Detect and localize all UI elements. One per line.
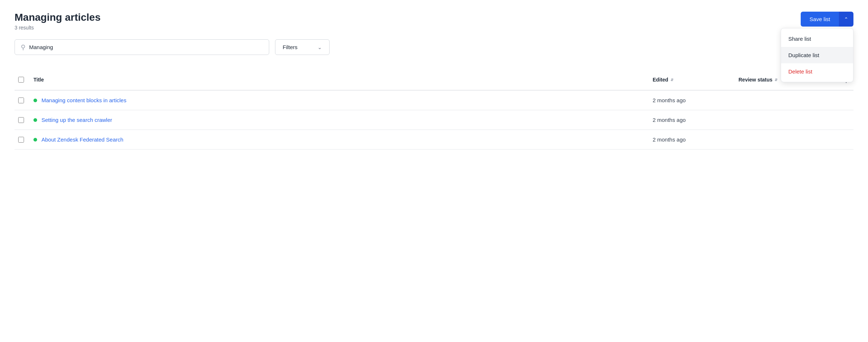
- header-left: Managing articles 3 results: [15, 12, 101, 31]
- status-dot-published: [33, 118, 37, 122]
- save-list-btn-group: Save list ⌃: [801, 12, 853, 27]
- search-input[interactable]: [29, 40, 263, 55]
- header-right: Save list ⌃ Share list Duplicate list De…: [801, 12, 853, 27]
- select-all-checkbox[interactable]: [18, 77, 24, 83]
- row-2-title-cell: Setting up the search crawler: [33, 117, 647, 123]
- row-3-edited: 2 months ago: [653, 136, 733, 143]
- articles-table: Title Edited ⇵ Review status ⇵ ⋮ Managin…: [15, 69, 853, 150]
- row-2-checkbox[interactable]: [18, 117, 24, 123]
- row-3-checkbox[interactable]: [18, 137, 24, 143]
- table-row: Managing content blocks in articles 2 mo…: [15, 91, 853, 110]
- dropdown-item-delete[interactable]: Delete list: [781, 63, 853, 80]
- search-input-wrapper: ⚲: [15, 39, 269, 55]
- row-3-title-cell: About Zendesk Federated Search: [33, 136, 647, 143]
- dropdown-item-duplicate[interactable]: Duplicate list: [781, 47, 853, 63]
- page-title: Managing articles: [15, 12, 101, 23]
- save-list-chevron-button[interactable]: ⌃: [839, 12, 853, 27]
- row-checkbox-2: [15, 117, 28, 123]
- row-1-title-cell: Managing content blocks in articles: [33, 97, 647, 103]
- article-link-1[interactable]: Managing content blocks in articles: [41, 97, 126, 103]
- column-header-edited: Edited ⇵: [653, 77, 733, 83]
- edited-sort-icon[interactable]: ⇵: [670, 78, 673, 82]
- header-checkbox-col: [15, 77, 28, 83]
- results-count: 3 results: [15, 25, 101, 31]
- row-checkbox-3: [15, 137, 28, 143]
- table-row: Setting up the search crawler 2 months a…: [15, 110, 853, 130]
- status-dot-published: [33, 138, 37, 142]
- row-2-edited: 2 months ago: [653, 117, 733, 123]
- table-header: Title Edited ⇵ Review status ⇵ ⋮: [15, 69, 853, 91]
- row-checkbox-1: [15, 98, 28, 103]
- dropdown-menu: Share list Duplicate list Delete list: [781, 28, 853, 82]
- row-1-checkbox[interactable]: [18, 98, 24, 103]
- search-filter-row: ⚲ Filters ⌄: [15, 39, 853, 55]
- save-list-button[interactable]: Save list: [801, 12, 839, 27]
- table-row: About Zendesk Federated Search 2 months …: [15, 130, 853, 150]
- search-icon: ⚲: [21, 43, 25, 51]
- article-link-3[interactable]: About Zendesk Federated Search: [41, 136, 123, 143]
- column-header-title: Title: [33, 77, 647, 83]
- filters-button[interactable]: Filters ⌄: [275, 39, 330, 55]
- page-header: Managing articles 3 results Save list ⌃ …: [15, 12, 853, 31]
- dropdown-item-share[interactable]: Share list: [781, 31, 853, 47]
- status-dot-published: [33, 99, 37, 102]
- review-sort-icon[interactable]: ⇵: [775, 78, 777, 82]
- row-1-edited: 2 months ago: [653, 97, 733, 103]
- chevron-down-icon: ⌄: [318, 44, 322, 50]
- article-link-2[interactable]: Setting up the search crawler: [41, 117, 112, 123]
- chevron-up-icon: ⌃: [844, 16, 848, 22]
